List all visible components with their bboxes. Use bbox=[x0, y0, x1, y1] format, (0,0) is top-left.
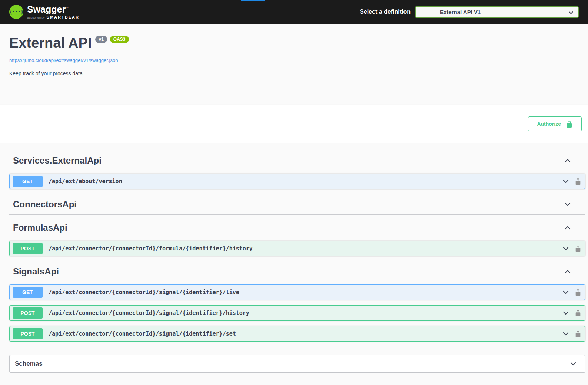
chevron-down-icon[interactable] bbox=[562, 245, 569, 252]
section-header[interactable]: Services.ExternalApi bbox=[9, 151, 585, 171]
chevron-up-icon[interactable] bbox=[564, 268, 571, 275]
operation-row[interactable]: POST/api/ext/connector/{connectorId}/sig… bbox=[9, 305, 585, 321]
progress-bar bbox=[241, 0, 265, 1]
section-title: SignalsApi bbox=[13, 267, 59, 276]
operation-path: /api/ext/connector/{connectorId}/signal/… bbox=[49, 289, 239, 296]
oas3-badge: OAS3 bbox=[110, 36, 129, 43]
operations-list: GET/api/ext/about/version bbox=[9, 171, 585, 189]
smartbear-wordmark: SMARTBEAR bbox=[47, 15, 79, 19]
info-section: External API v1 OAS3 https://jumo.cloud/… bbox=[0, 24, 588, 105]
unlock-icon[interactable] bbox=[575, 289, 581, 296]
operation-row[interactable]: POST/api/ext/connector/{connectorId}/for… bbox=[9, 241, 585, 256]
operation-controls bbox=[562, 178, 581, 185]
opblock-tag-section: SignalsApiGET/api/ext/connector/{connect… bbox=[9, 261, 585, 342]
unlock-icon[interactable] bbox=[575, 310, 581, 316]
opblock-tag-section: FormulasApiPOST/api/ext/connector/{conne… bbox=[9, 218, 585, 256]
chevron-up-icon[interactable] bbox=[564, 157, 571, 164]
chevron-down-icon[interactable] bbox=[562, 178, 569, 185]
chevron-down-icon bbox=[568, 9, 574, 16]
section-header[interactable]: ConnectorsApi bbox=[9, 194, 585, 215]
schemas-section-header[interactable]: Schemas bbox=[9, 355, 585, 373]
api-title: External API v1 OAS3 bbox=[9, 35, 579, 51]
chevron-down-icon[interactable] bbox=[562, 289, 569, 296]
schemas-title: Schemas bbox=[15, 360, 43, 368]
operation-row[interactable]: GET/api/ext/about/version bbox=[9, 174, 585, 189]
opblock-tag-section: Services.ExternalApiGET/api/ext/about/ve… bbox=[9, 151, 585, 189]
unlock-icon[interactable] bbox=[575, 245, 581, 252]
operation-row[interactable]: GET/api/ext/connector/{connectorId}/sign… bbox=[9, 284, 585, 300]
opblock-tag-section: ConnectorsApi bbox=[9, 194, 585, 215]
section-title: Services.ExternalApi bbox=[13, 156, 102, 165]
operation-row[interactable]: POST/api/ext/connector/{connectorId}/sig… bbox=[9, 326, 585, 342]
brand-name: Swagger™ bbox=[27, 5, 79, 14]
method-badge: POST bbox=[13, 328, 43, 339]
sections-root: Services.ExternalApiGET/api/ext/about/ve… bbox=[9, 151, 585, 342]
definition-select-value: External API V1 bbox=[440, 9, 481, 15]
swagger-ui-page: {···} Swagger™ Supported by SMARTBEAR Se… bbox=[0, 0, 588, 385]
swagger-logo[interactable]: {···} Swagger™ Supported by SMARTBEAR bbox=[9, 5, 79, 19]
authorize-button[interactable]: Authorize bbox=[528, 116, 582, 131]
definition-selector: Select a definition External API V1 bbox=[360, 6, 579, 18]
chevron-down-icon[interactable] bbox=[562, 309, 569, 317]
operation-path: /api/ext/connector/{connectorId}/formula… bbox=[49, 245, 253, 252]
topbar: {···} Swagger™ Supported by SMARTBEAR Se… bbox=[0, 0, 588, 24]
chevron-down-icon[interactable] bbox=[564, 201, 571, 208]
section-title: FormulasApi bbox=[13, 223, 67, 233]
chevron-up-icon[interactable] bbox=[564, 224, 571, 231]
version-badge: v1 bbox=[95, 36, 107, 43]
method-badge: POST bbox=[13, 307, 43, 319]
api-description: Keep track of your process data bbox=[9, 70, 579, 76]
method-badge: GET bbox=[13, 176, 43, 187]
operation-path: /api/ext/about/version bbox=[49, 178, 122, 185]
operation-controls bbox=[562, 245, 581, 252]
operation-path: /api/ext/connector/{connectorId}/signal/… bbox=[49, 310, 249, 316]
unlock-icon[interactable] bbox=[575, 330, 581, 337]
scheme-container: Authorize bbox=[0, 105, 588, 143]
section-title: ConnectorsApi bbox=[13, 200, 77, 209]
api-title-text: External API bbox=[9, 35, 92, 51]
spec-url-link[interactable]: https://jumo.cloud/api/ext/swagger/v1/sw… bbox=[9, 57, 118, 63]
method-badge: POST bbox=[13, 243, 43, 254]
supported-by-prefix: Supported by bbox=[27, 16, 45, 19]
chevron-down-icon[interactable] bbox=[569, 360, 577, 368]
authorize-label: Authorize bbox=[537, 121, 561, 127]
unlock-icon bbox=[565, 120, 573, 128]
section-header[interactable]: FormulasApi bbox=[9, 218, 585, 238]
operations-list: GET/api/ext/connector/{connectorId}/sign… bbox=[9, 282, 585, 342]
swagger-braces-icon: {···} bbox=[9, 5, 23, 19]
supported-by: Supported by SMARTBEAR bbox=[27, 15, 79, 19]
unlock-icon[interactable] bbox=[575, 178, 581, 185]
definition-label: Select a definition bbox=[360, 9, 411, 15]
operation-path: /api/ext/connector/{connectorId}/signal/… bbox=[49, 330, 236, 337]
operations-list: POST/api/ext/connector/{connectorId}/for… bbox=[9, 238, 585, 256]
section-header[interactable]: SignalsApi bbox=[9, 261, 585, 282]
operation-controls bbox=[562, 330, 581, 338]
operation-controls bbox=[562, 309, 581, 317]
operations-wrapper: Services.ExternalApiGET/api/ext/about/ve… bbox=[0, 143, 588, 373]
method-badge: GET bbox=[13, 287, 43, 298]
definition-select[interactable]: External API V1 bbox=[415, 6, 579, 18]
chevron-down-icon[interactable] bbox=[562, 330, 569, 338]
operation-controls bbox=[562, 289, 581, 296]
